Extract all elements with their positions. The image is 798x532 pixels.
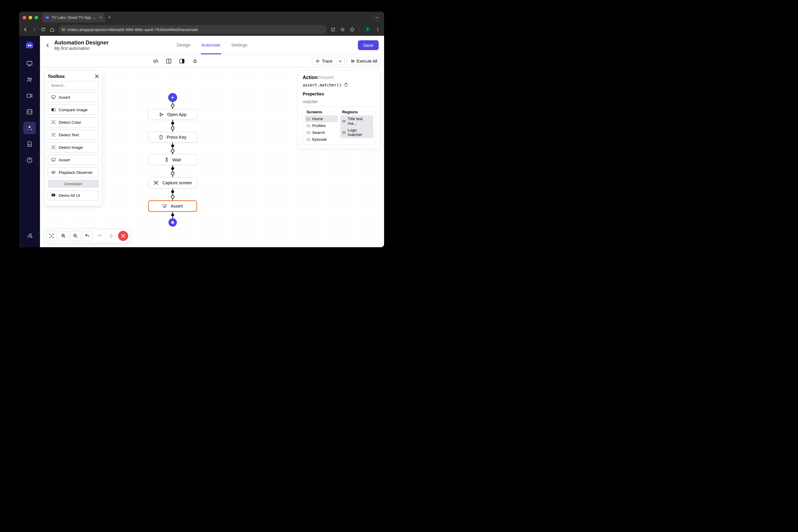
toolbox-item[interactable]: Assert [48, 155, 99, 165]
focus-icon [49, 233, 54, 239]
tab-automate[interactable]: Automate [201, 36, 221, 54]
svg-rect-13 [28, 45, 29, 46]
flow-node-label: Capture screen [162, 180, 192, 185]
toolbar-panel-view[interactable] [178, 58, 186, 65]
save-button[interactable]: Save [358, 40, 379, 50]
flow-node[interactable]: Capture screen [148, 177, 197, 188]
zoom-in-button[interactable] [58, 231, 69, 241]
delete-button[interactable] [118, 231, 128, 241]
fit-view-button[interactable] [46, 231, 57, 241]
screen-label: Home [312, 117, 323, 121]
window-close-icon[interactable] [23, 16, 26, 19]
flow-end-node[interactable] [169, 218, 177, 227]
screen-label: Search [312, 130, 325, 135]
sidebar-item-help[interactable] [23, 154, 36, 166]
url-input[interactable]: tvlabs.ai/app/projects/c46beab9-38fd-466… [58, 25, 327, 34]
puzzle-icon [350, 27, 355, 32]
toolbox-item[interactable]: Detect Image [48, 142, 99, 152]
sidebar-item-reports[interactable] [23, 138, 36, 150]
site-settings-icon[interactable] [61, 27, 65, 32]
play-filled-icon [171, 95, 175, 100]
toolbox-item[interactable]: Detect Color [48, 117, 99, 127]
canvas[interactable]: Toolbox AssertCompare ImageDetect ColorD… [40, 68, 384, 247]
copy-code-button[interactable] [344, 83, 348, 87]
chat-icon [51, 193, 56, 198]
flow-node[interactable]: Assert [148, 201, 197, 212]
toolbox-panel: Toolbox AssertCompare ImageDetect ColorD… [44, 70, 102, 206]
properties-field-label: matcher [303, 99, 376, 104]
window-minimize-icon[interactable] [28, 16, 32, 19]
header-tabs: Design Automate Settings [176, 36, 248, 54]
new-tab-button[interactable]: + [108, 14, 111, 21]
tabs-dropdown-button[interactable] [373, 14, 381, 21]
window-maximize-icon[interactable] [35, 16, 38, 19]
chevron-down-icon [376, 16, 378, 19]
toolbox-item-label: Assert [59, 95, 70, 100]
app-root: Automation Designer My first automation … [19, 36, 384, 247]
undo-button[interactable] [82, 231, 92, 241]
region-item[interactable]: Logo matcher [340, 127, 373, 138]
app-logo[interactable] [24, 40, 35, 51]
toolbar-split-view[interactable] [165, 58, 172, 65]
open-external-button[interactable] [330, 27, 336, 32]
toolbox-item-demo[interactable]: Demo All UI [48, 190, 99, 201]
trace-dropdown[interactable] [336, 57, 344, 65]
toolbox-item[interactable]: Detect Text [48, 130, 99, 140]
nav-back-button[interactable] [23, 27, 28, 32]
region-label: Logo matcher [348, 128, 372, 137]
browser-menu-button[interactable] [375, 27, 381, 32]
back-button[interactable] [45, 43, 50, 48]
help-icon [26, 157, 33, 164]
screen-item[interactable]: Profiles [305, 122, 338, 129]
toolbox-item[interactable]: Assert [48, 92, 99, 102]
bookmark-button[interactable] [340, 27, 345, 32]
columns-icon [166, 58, 172, 64]
sidebar-item-monitor[interactable] [23, 57, 36, 70]
nav-forward-button[interactable] [32, 27, 37, 32]
toolbox-item-label: Compare Image [59, 108, 88, 112]
screen-item[interactable]: Home [305, 115, 338, 122]
screen-item[interactable]: Search [305, 129, 338, 136]
trace-button[interactable]: Trace [312, 57, 336, 65]
properties-heading: Action [303, 75, 318, 80]
sidebar-item-tools[interactable] [23, 229, 36, 242]
toolbar-debug[interactable] [191, 58, 198, 65]
sidebar-item-video[interactable] [23, 90, 36, 102]
flow-node[interactable]: Wait [148, 154, 197, 165]
flow-node[interactable]: Open App [148, 109, 197, 120]
toolbar-code-view[interactable] [152, 58, 159, 65]
reload-icon [41, 27, 45, 32]
sidebar-item-automate[interactable] [23, 122, 36, 134]
browser-tab[interactable]: TV Labs: Smart TV App Testi × [42, 13, 105, 22]
profile-avatar[interactable]: T [364, 26, 371, 33]
svg-point-30 [53, 134, 54, 135]
sidebar-item-code[interactable] [23, 106, 36, 118]
screen-item[interactable]: Episode [305, 136, 338, 143]
toolbox-close-button[interactable] [95, 74, 99, 78]
traffic-lights [23, 16, 38, 19]
tab-settings[interactable]: Settings [230, 36, 248, 54]
arrow-left-icon [45, 43, 50, 48]
page-header: Automation Designer My first automation … [40, 36, 384, 55]
extensions-button[interactable] [349, 27, 355, 32]
flow-start-node[interactable] [168, 93, 177, 102]
close-icon [95, 74, 99, 78]
toolbox-item[interactable]: Compare Image [48, 105, 99, 115]
sidebar-item-team[interactable] [23, 73, 36, 86]
flow-node[interactable]: Press Key [148, 132, 197, 142]
folder-icon [307, 124, 310, 128]
tab-close-icon[interactable]: × [100, 15, 102, 20]
external-link-icon [331, 27, 336, 32]
kebab-icon [376, 27, 380, 32]
tv-logo-icon [25, 41, 34, 50]
hourglass-icon [165, 157, 169, 162]
execute-all-button[interactable]: Execute All [347, 57, 381, 65]
region-item[interactable]: Title text ma... [340, 115, 373, 127]
zoom-out-button[interactable] [70, 231, 80, 241]
tab-design[interactable]: Design [176, 36, 191, 54]
svg-rect-26 [52, 96, 55, 98]
toolbox-item[interactable]: Playback Observer [48, 167, 99, 177]
nav-reload-button[interactable] [41, 27, 46, 32]
nav-home-button[interactable] [50, 27, 55, 32]
toolbox-search-input[interactable] [48, 81, 99, 90]
